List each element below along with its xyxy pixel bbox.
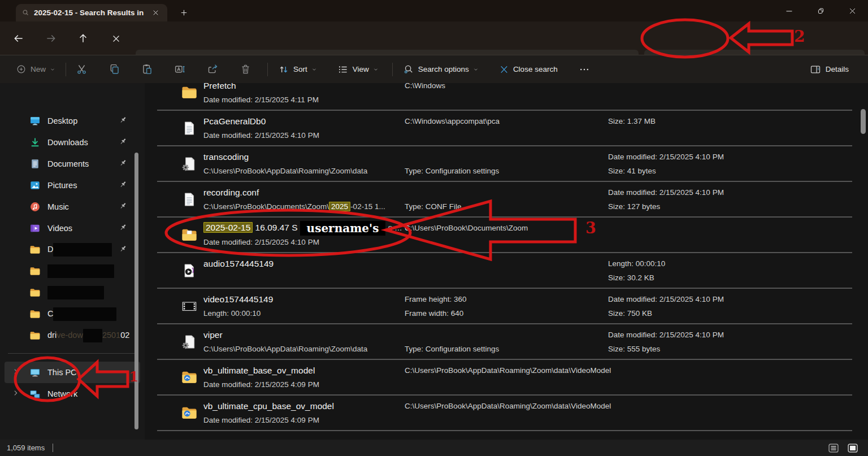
sidebar-item-videos[interactable]: Videos	[5, 218, 140, 239]
config-file-icon	[180, 333, 199, 350]
copy-icon[interactable]	[103, 59, 125, 80]
sidebar-folder-item[interactable]: drive-dow250102	[5, 325, 140, 346]
view-button[interactable]: View	[332, 59, 384, 80]
minimize-icon[interactable]	[773, 0, 805, 21]
file-path: C:\Users\ProBook\AppData\Roaming\Zoom\da…	[405, 366, 608, 375]
tab-search-icon	[21, 9, 29, 16]
new-button[interactable]: New	[10, 59, 61, 80]
details-pane-button[interactable]: Details	[804, 59, 854, 80]
stop-refresh-icon[interactable]	[106, 29, 125, 48]
document-file-icon	[180, 191, 199, 208]
file-row[interactable]: PrefetchDate modified: 2/15/2025 4:11 PM…	[145, 83, 868, 111]
new-label: New	[31, 65, 46, 73]
redaction-box	[47, 286, 104, 299]
close-search-label: Close search	[513, 65, 558, 73]
file-list: PrefetchDate modified: 2/15/2025 4:11 PM…	[145, 83, 868, 440]
music-icon	[29, 201, 41, 212]
tab-close-icon[interactable]	[149, 7, 162, 19]
sidebar-item-label: This PC	[47, 368, 77, 377]
explorer-tab[interactable]: 2025-02-15 - Search Results in	[16, 4, 167, 21]
file-path: C:\Users\ProBook\Documents\Zoom	[405, 224, 608, 232]
up-icon[interactable]	[73, 29, 93, 48]
file-subline: C:\Users\ProBook\AppData\Roaming\Zoom\da…	[203, 345, 405, 353]
details-view-icon[interactable]	[826, 441, 841, 455]
sidebar-item-label: Videos	[47, 224, 72, 233]
file-name: Prefetch	[203, 83, 405, 91]
file-row[interactable]: audio1574445149Length: 00:00:10Size: 30.…	[145, 253, 868, 289]
file-row[interactable]: PcaGeneralDb0Date modified: 2/15/2025 4:…	[145, 111, 868, 146]
file-row[interactable]: viperC:\Users\ProBook\AppData\Roaming\Zo…	[145, 324, 868, 360]
cut-icon[interactable]	[71, 59, 92, 80]
chevron-down-icon	[473, 67, 479, 72]
file-path: C:\Windows	[405, 83, 608, 90]
file-row[interactable]: 2025-02-15 16.09.47 Susername'ss ...Date…	[145, 218, 868, 253]
folder-label-dim-fragment: 2501	[102, 331, 120, 340]
folder-label-fragment: 02	[120, 331, 129, 340]
sidebar-item-downloads[interactable]: Downloads	[5, 132, 140, 153]
sidebar-item-label: Documents	[47, 159, 89, 168]
folder-label-fragment: C	[47, 309, 53, 318]
file-row[interactable]: transcodingC:\Users\ProBook\AppData\Roam…	[145, 146, 868, 182]
file-name: recording.conf	[203, 188, 405, 198]
sidebar-folder-item[interactable]	[5, 282, 140, 303]
sidebar-folder-label	[47, 264, 114, 278]
file-meta: Size: 127 bytes	[608, 202, 868, 211]
close-search-button[interactable]: Close search	[493, 59, 563, 80]
delete-icon[interactable]	[235, 59, 256, 80]
file-row[interactable]: video1574445149Length: 00:00:10Frame hei…	[145, 289, 868, 324]
sidebar-item-desktop[interactable]: Desktop	[5, 110, 140, 132]
file-subline: Date modified: 2/15/2025 4:09 PM	[203, 380, 405, 389]
paste-icon[interactable]	[136, 59, 158, 80]
status-divider	[53, 444, 53, 452]
command-bar: New Sort	[0, 55, 868, 83]
file-subline: Length: 00:00:10	[203, 309, 405, 318]
file-name-fragment: s ...	[388, 223, 402, 232]
sidebar-item-this-pc[interactable]: This PC	[5, 362, 140, 383]
modelfolder-file-icon	[180, 369, 199, 386]
close-search-icon	[499, 64, 509, 75]
documents-icon	[29, 158, 41, 170]
search-highlight: 2025	[329, 202, 350, 211]
rename-icon[interactable]	[169, 59, 190, 80]
search-options-label: Search options	[418, 65, 469, 73]
item-count: 1,059 items	[7, 444, 45, 452]
sort-icon	[278, 64, 289, 75]
search-options-button[interactable]: Search options	[397, 59, 484, 80]
window-controls	[773, 0, 868, 21]
restore-icon[interactable]	[805, 0, 836, 21]
file-row[interactable]: vb_ultimate_base_ov_modelDate modified: …	[145, 360, 868, 396]
forward-icon[interactable]	[41, 29, 60, 48]
sort-button[interactable]: Sort	[272, 59, 323, 80]
file-meta: Date modified: 2/15/2025 4:10 PM	[608, 188, 868, 197]
sidebar-folder-item[interactable]: C	[5, 303, 140, 325]
close-window-icon[interactable]	[836, 0, 868, 21]
sidebar-item-documents[interactable]: Documents	[5, 153, 140, 175]
list-scrollbar[interactable]	[861, 109, 866, 134]
sidebar-folder-item[interactable]: D	[5, 239, 140, 260]
sidebar-folder-item[interactable]	[5, 260, 140, 282]
thumbnail-view-icon[interactable]	[845, 441, 860, 455]
details-label: Details	[826, 65, 849, 73]
redaction-box	[47, 264, 114, 278]
desktop-icon	[29, 115, 41, 127]
document-file-icon	[180, 120, 199, 137]
folderdoc-file-icon	[180, 227, 199, 244]
file-meta: Date modified: 2/15/2025 4:10 PM	[608, 331, 868, 339]
file-row[interactable]: vb_ultimate_cpu_base_ov_modelDate modifi…	[145, 396, 868, 431]
more-options-icon[interactable]	[574, 59, 595, 80]
sidebar-item-network[interactable]: Network	[5, 383, 140, 405]
sidebar-folder-label: C	[47, 307, 116, 321]
new-tab-button[interactable]	[176, 5, 191, 20]
sidebar-item-music[interactable]: Music	[5, 196, 140, 218]
file-meta: Size: 41 bytes	[608, 167, 868, 175]
file-subline: Date modified: 2/15/2025 4:11 PM	[203, 95, 405, 104]
back-icon[interactable]	[9, 29, 28, 48]
file-name: vb_ultimate_base_ov_model	[203, 366, 405, 376]
share-icon[interactable]	[202, 59, 223, 80]
sidebar-item-pictures[interactable]: Pictures	[5, 175, 140, 196]
file-row[interactable]: recording.confC:\Users\ProBook\Documents…	[145, 182, 868, 218]
chevron-right-icon[interactable]	[11, 389, 19, 397]
sidebar-item-label: Pictures	[47, 181, 77, 190]
chevron-right-icon[interactable]	[11, 368, 19, 375]
sidebar-scrollbar[interactable]	[134, 153, 138, 429]
